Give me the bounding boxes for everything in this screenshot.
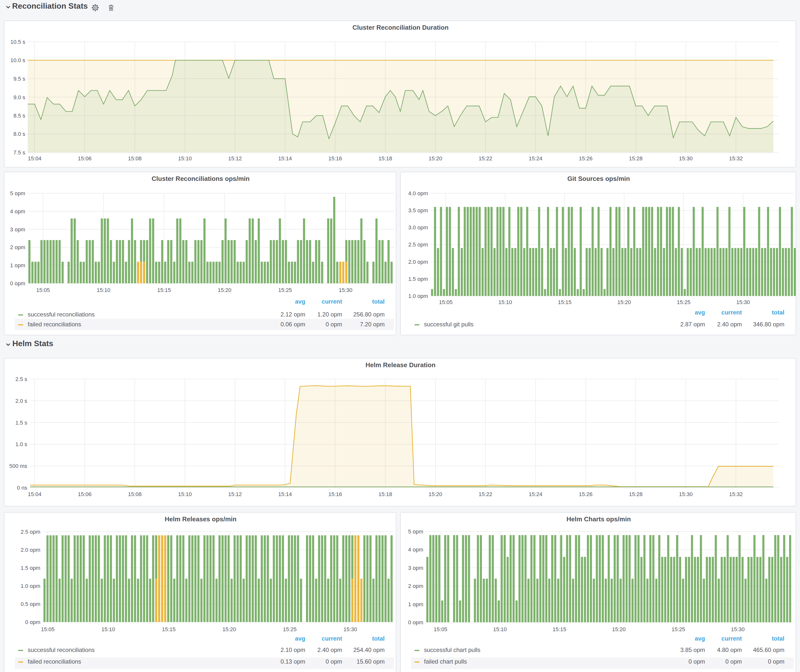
svg-text:15:26: 15:26	[579, 491, 592, 497]
svg-text:0 opm: 0 opm	[688, 658, 705, 665]
svg-text:avg: avg	[295, 635, 305, 642]
svg-text:0 opm: 0 opm	[25, 619, 40, 625]
svg-text:Helm Release Duration: Helm Release Duration	[365, 361, 435, 369]
svg-text:15:05: 15:05	[434, 626, 447, 632]
svg-text:15:15: 15:15	[558, 299, 571, 305]
svg-text:5 opm: 5 opm	[10, 190, 25, 197]
svg-text:current: current	[722, 309, 742, 316]
svg-text:15:30: 15:30	[679, 155, 693, 162]
svg-text:successful chart pulls: successful chart pulls	[424, 646, 480, 653]
svg-text:15:25: 15:25	[278, 287, 292, 293]
svg-text:15:20: 15:20	[429, 155, 442, 162]
svg-text:15:15: 15:15	[157, 287, 171, 293]
svg-text:15:18: 15:18	[379, 155, 392, 162]
svg-text:7.20 opm: 7.20 opm	[360, 321, 385, 328]
svg-text:15:24: 15:24	[529, 155, 542, 162]
svg-text:1 opm: 1 opm	[10, 262, 25, 269]
svg-text:8.5 s: 8.5 s	[13, 113, 25, 119]
svg-text:7.5 s: 7.5 s	[13, 149, 25, 156]
svg-text:successful git pulls: successful git pulls	[424, 321, 474, 328]
svg-text:2 opm: 2 opm	[10, 244, 25, 250]
svg-text:Helm Releases ops/min: Helm Releases ops/min	[165, 515, 237, 523]
svg-text:total: total	[372, 298, 385, 305]
svg-text:2.5 s: 2.5 s	[15, 376, 27, 382]
svg-text:15:16: 15:16	[328, 491, 342, 497]
svg-text:9.0 s: 9.0 s	[13, 94, 25, 101]
svg-text:4.0 opm: 4.0 opm	[408, 190, 428, 197]
svg-text:15:05: 15:05	[41, 626, 54, 632]
svg-text:0 opm: 0 opm	[326, 658, 342, 665]
svg-text:15:20: 15:20	[218, 287, 231, 293]
svg-text:15:10: 15:10	[97, 287, 110, 293]
svg-text:15:20: 15:20	[618, 299, 631, 305]
svg-text:1.5 s: 1.5 s	[15, 420, 27, 426]
svg-text:3.5 opm: 3.5 opm	[408, 207, 428, 214]
svg-text:current: current	[722, 635, 742, 642]
svg-text:2.0 opm: 2.0 opm	[408, 259, 428, 265]
svg-text:15:06: 15:06	[78, 491, 91, 497]
svg-text:15:10: 15:10	[178, 155, 192, 162]
svg-text:2.0 opm: 2.0 opm	[21, 547, 40, 553]
svg-text:15:05: 15:05	[439, 299, 453, 305]
svg-text:1.0 opm: 1.0 opm	[21, 583, 40, 589]
svg-text:15:28: 15:28	[629, 491, 642, 497]
svg-text:15:20: 15:20	[612, 626, 626, 632]
svg-text:15:10: 15:10	[101, 626, 115, 632]
svg-text:avg: avg	[295, 298, 305, 305]
svg-text:15:25: 15:25	[677, 299, 690, 305]
svg-text:15:04: 15:04	[28, 491, 41, 497]
svg-text:256.80 opm: 256.80 opm	[353, 311, 385, 318]
svg-text:4 opm: 4 opm	[10, 208, 25, 214]
svg-text:2.5 opm: 2.5 opm	[408, 242, 428, 248]
svg-text:3 opm: 3 opm	[10, 226, 25, 233]
svg-text:15:16: 15:16	[328, 155, 342, 162]
svg-text:15.60 opm: 15.60 opm	[357, 658, 385, 665]
svg-text:avg: avg	[695, 635, 705, 642]
svg-text:15:08: 15:08	[128, 155, 141, 162]
svg-text:0.13 opm: 0.13 opm	[280, 658, 305, 665]
svg-text:failed reconciliations: failed reconciliations	[28, 658, 81, 665]
svg-text:0 opm: 0 opm	[725, 658, 742, 665]
svg-text:15:32: 15:32	[729, 155, 742, 162]
svg-text:1.5 opm: 1.5 opm	[21, 565, 40, 571]
svg-text:15:20: 15:20	[429, 491, 442, 497]
svg-text:15:32: 15:32	[729, 491, 742, 497]
svg-text:total: total	[772, 635, 784, 642]
svg-text:1.0 opm: 1.0 opm	[408, 293, 428, 299]
svg-text:total: total	[772, 309, 784, 316]
svg-text:15:08: 15:08	[128, 491, 141, 497]
svg-text:4.80 opm: 4.80 opm	[717, 646, 742, 653]
svg-text:avg: avg	[695, 309, 705, 316]
svg-text:15:18: 15:18	[379, 491, 392, 497]
svg-text:346.80 opm: 346.80 opm	[753, 321, 784, 328]
svg-text:Cluster Reconciliation Duratio: Cluster Reconciliation Duration	[352, 24, 449, 31]
svg-text:0 ns: 0 ns	[17, 485, 27, 491]
svg-text:1 opm: 1 opm	[408, 601, 423, 607]
svg-text:total: total	[372, 635, 385, 642]
svg-text:15:05: 15:05	[36, 287, 50, 293]
svg-text:500 ms: 500 ms	[10, 463, 27, 469]
svg-text:2.0 s: 2.0 s	[15, 398, 27, 404]
svg-text:0.06 opm: 0.06 opm	[280, 321, 305, 328]
svg-text:5 opm: 5 opm	[408, 528, 423, 535]
svg-text:15:12: 15:12	[228, 155, 242, 162]
svg-text:successful reconciliations: successful reconciliations	[28, 646, 95, 653]
svg-text:2.87 opm: 2.87 opm	[680, 321, 705, 328]
svg-text:15:10: 15:10	[493, 626, 507, 632]
svg-text:current: current	[322, 298, 342, 305]
svg-text:0 opm: 0 opm	[408, 619, 423, 626]
svg-text:15:30: 15:30	[736, 299, 750, 305]
svg-text:15:25: 15:25	[283, 626, 297, 632]
svg-text:1.5 opm: 1.5 opm	[408, 276, 428, 282]
svg-text:15:22: 15:22	[478, 155, 492, 162]
svg-text:15:04: 15:04	[28, 155, 41, 162]
svg-text:10.0 s: 10.0 s	[10, 57, 25, 63]
svg-text:15:30: 15:30	[731, 626, 745, 632]
svg-text:3 opm: 3 opm	[408, 565, 423, 571]
svg-text:0.5 opm: 0.5 opm	[21, 601, 40, 607]
svg-text:3.0 opm: 3.0 opm	[408, 224, 428, 230]
svg-text:Helm Charts ops/min: Helm Charts ops/min	[566, 515, 631, 523]
svg-text:15:10: 15:10	[498, 299, 512, 305]
svg-text:1.0 s: 1.0 s	[15, 441, 27, 447]
svg-text:9.5 s: 9.5 s	[13, 76, 25, 82]
